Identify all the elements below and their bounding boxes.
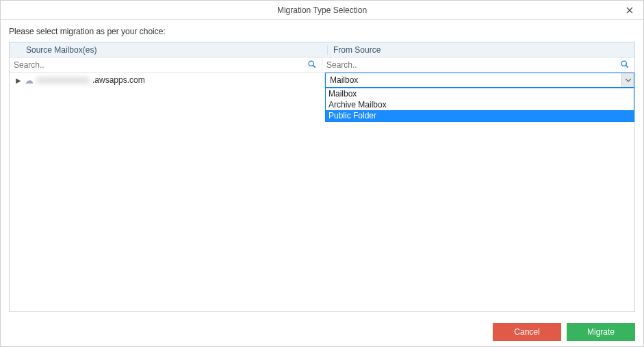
titlebar: Migration Type Selection [1, 1, 643, 20]
data-row: ▶ ☁ .awsapps.com Mailbox Mailbox Archive… [10, 73, 634, 88]
combobox-dropdown-list: Mailbox Archive Mailbox Public Folder [325, 88, 634, 122]
mailbox-name-redacted [36, 77, 90, 84]
selection-grid: Source Mailbox(es) From Source ▶ ☁ .aws [9, 42, 635, 312]
combobox-option-archive-mailbox[interactable]: Archive Mailbox [326, 99, 634, 110]
cloud-icon: ☁ [25, 76, 34, 85]
migrate-button[interactable]: Migrate [567, 323, 635, 341]
from-source-combobox[interactable]: Mailbox [325, 73, 634, 88]
column-headers: Source Mailbox(es) From Source [10, 42, 634, 57]
instruction-text: Please select migration as per your choi… [1, 20, 643, 42]
search-input-left[interactable] [12, 60, 305, 70]
search-cell-right [322, 57, 634, 72]
search-icon-right[interactable] [617, 60, 632, 70]
content-area: Source Mailbox(es) From Source ▶ ☁ .aws [1, 42, 643, 318]
svg-line-3 [626, 65, 628, 67]
search-cell-left [10, 57, 322, 72]
close-icon [626, 7, 633, 14]
close-button[interactable] [616, 1, 643, 20]
footer: Cancel Migrate [1, 318, 643, 346]
column-header-from-source[interactable]: From Source [328, 45, 634, 55]
combobox-option-mailbox[interactable]: Mailbox [326, 88, 634, 99]
svg-line-1 [313, 65, 315, 67]
mailbox-domain-suffix: .awsapps.com [92, 75, 145, 85]
expand-arrow-icon[interactable]: ▶ [15, 77, 22, 84]
search-icon-left[interactable] [305, 60, 319, 70]
cancel-button[interactable]: Cancel [493, 323, 561, 341]
search-row [10, 57, 634, 73]
combobox-selected-value: Mailbox [326, 75, 621, 85]
column-header-source-mailboxes[interactable]: Source Mailbox(es) [10, 45, 328, 55]
from-source-cell: Mailbox Mailbox Archive Mailbox Public F… [325, 73, 634, 88]
search-input-right[interactable] [325, 60, 617, 70]
combobox-option-public-folder[interactable]: Public Folder [326, 110, 634, 121]
window-title: Migration Type Selection [277, 5, 367, 15]
chevron-down-icon [626, 79, 631, 82]
combobox-dropdown-button[interactable] [621, 73, 634, 87]
mailbox-tree-item[interactable]: ▶ ☁ .awsapps.com [10, 73, 325, 88]
